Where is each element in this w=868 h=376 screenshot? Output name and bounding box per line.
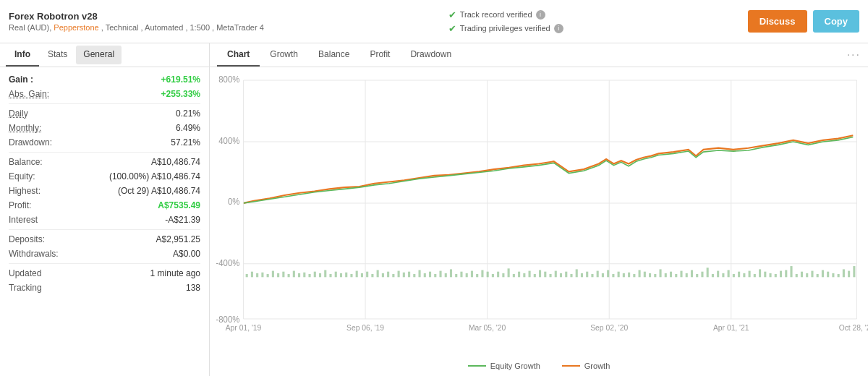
svg-rect-111: [707, 268, 709, 277]
svg-rect-36: [314, 272, 316, 278]
svg-rect-44: [356, 271, 358, 278]
chart-tab-chart[interactable]: Chart: [217, 43, 260, 67]
pepperstone-link[interactable]: Pepperstone: [54, 23, 98, 32]
svg-rect-59: [434, 274, 436, 277]
svg-rect-106: [680, 271, 682, 278]
svg-rect-114: [722, 273, 724, 277]
svg-rect-25: [256, 273, 258, 277]
svg-rect-50: [387, 272, 389, 278]
svg-rect-43: [350, 274, 352, 277]
tab-general[interactable]: General: [76, 46, 122, 64]
svg-rect-138: [848, 271, 850, 278]
svg-rect-117: [738, 272, 740, 278]
chart-more-button[interactable]: ···: [847, 48, 861, 61]
svg-rect-23: [246, 274, 248, 277]
svg-rect-90: [597, 271, 599, 278]
svg-rect-68: [481, 270, 483, 277]
svg-rect-39: [329, 274, 331, 277]
highest-label: Highest:: [9, 186, 41, 196]
chart-tab-growth[interactable]: Growth: [260, 43, 308, 67]
check-icon-2: ✔: [448, 23, 456, 34]
svg-rect-49: [382, 273, 384, 277]
svg-rect-48: [377, 270, 379, 277]
svg-rect-47: [371, 274, 373, 277]
svg-rect-99: [644, 272, 646, 278]
svg-rect-65: [466, 273, 468, 277]
svg-rect-80: [544, 272, 546, 278]
tab-stats[interactable]: Stats: [39, 43, 76, 67]
svg-rect-24: [251, 272, 253, 278]
svg-rect-130: [806, 273, 808, 277]
copy-button[interactable]: Copy: [813, 10, 860, 33]
check-icon-1: ✔: [448, 9, 456, 20]
svg-rect-139: [853, 266, 855, 277]
svg-rect-56: [419, 270, 421, 277]
deposits-label: Deposits:: [9, 234, 45, 244]
svg-text:Apr 01, '19: Apr 01, '19: [226, 323, 262, 332]
right-panel: Chart Growth Balance Profit Drawdown ···: [210, 43, 868, 376]
divider-2: [9, 152, 200, 153]
main-content: Info Stats General Gain : +619.51% Abs. …: [0, 43, 868, 376]
svg-rect-127: [790, 266, 792, 277]
svg-rect-73: [508, 268, 510, 277]
svg-rect-131: [811, 271, 813, 278]
svg-rect-53: [403, 273, 405, 278]
svg-rect-79: [539, 270, 541, 277]
svg-rect-103: [665, 273, 667, 277]
svg-rect-124: [775, 274, 777, 277]
svg-rect-45: [361, 273, 363, 277]
svg-rect-93: [612, 274, 614, 277]
tracking-label: Tracking: [9, 283, 42, 293]
svg-rect-121: [759, 269, 761, 277]
svg-rect-42: [345, 273, 347, 278]
abs-gain-row: Abs. Gain: +255.33%: [9, 89, 200, 99]
svg-rect-119: [749, 271, 751, 278]
svg-rect-112: [712, 274, 714, 277]
info-icon-1[interactable]: i: [536, 10, 545, 20]
svg-rect-102: [659, 269, 661, 277]
svg-rect-86: [576, 269, 578, 277]
svg-rect-31: [288, 274, 290, 277]
chart-area: 800% 400% 0% -400% -800%: [210, 67, 868, 358]
highest-row: Highest: (Oct 29) A$10,486.74: [9, 186, 200, 196]
page-title: Forex Robotron v28: [9, 11, 264, 22]
svg-rect-137: [843, 269, 845, 277]
svg-rect-85: [570, 274, 572, 277]
svg-rect-132: [817, 274, 819, 277]
monthly-label: Monthly:: [9, 123, 41, 133]
info-icon-2[interactable]: i: [554, 24, 563, 33]
chart-tab-drawdown[interactable]: Drawdown: [400, 43, 461, 67]
svg-text:-400%: -400%: [216, 258, 239, 268]
svg-rect-82: [555, 271, 557, 278]
tab-info[interactable]: Info: [6, 43, 39, 67]
verified-badges: ✔ Track record verified i ✔ Trading priv…: [448, 9, 563, 34]
svg-rect-28: [272, 271, 274, 278]
chart-tab-balance[interactable]: Balance: [308, 43, 359, 67]
svg-text:Sep 06, '19: Sep 06, '19: [346, 323, 384, 332]
deposits-value: A$2,951.25: [156, 234, 200, 244]
drawdown-value: 57.21%: [171, 137, 200, 148]
svg-rect-51: [392, 274, 394, 277]
svg-rect-104: [670, 272, 672, 278]
svg-rect-98: [639, 270, 641, 277]
svg-rect-27: [267, 274, 269, 277]
deposits-row: Deposits: A$2,951.25: [9, 234, 200, 244]
svg-rect-92: [607, 270, 609, 277]
chart-tab-profit[interactable]: Profit: [359, 43, 400, 67]
svg-rect-74: [513, 274, 515, 277]
svg-rect-61: [445, 273, 447, 277]
equity-bars: [246, 266, 856, 277]
svg-rect-89: [591, 274, 593, 277]
svg-rect-55: [413, 274, 415, 277]
left-panel: Info Stats General Gain : +619.51% Abs. …: [0, 43, 210, 376]
svg-text:Sep 02, '20: Sep 02, '20: [590, 323, 628, 332]
profit-label: Profit:: [9, 200, 31, 210]
svg-rect-101: [654, 274, 656, 277]
svg-rect-116: [733, 274, 735, 277]
header-actions: Discuss Copy: [748, 10, 859, 33]
svg-rect-126: [785, 270, 787, 277]
svg-rect-107: [686, 273, 688, 277]
svg-rect-95: [623, 273, 625, 277]
tracking-value: 138: [186, 283, 200, 293]
discuss-button[interactable]: Discuss: [748, 10, 807, 33]
